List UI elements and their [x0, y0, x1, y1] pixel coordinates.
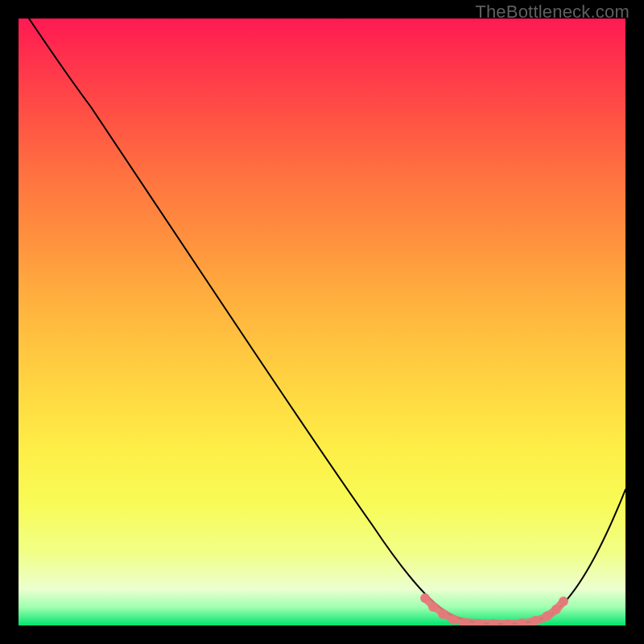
highlight-dot	[551, 605, 561, 614]
chart-frame: TheBottleneck.com	[0, 0, 644, 644]
highlight-dot	[438, 609, 448, 619]
highlight-dot	[448, 615, 458, 625]
highlight-dot	[543, 611, 552, 621]
plot-area	[19, 19, 625, 625]
highlight-dot	[530, 616, 540, 625]
highlight-dot	[428, 602, 438, 612]
bottleneck-curve	[29, 19, 625, 624]
highlight-dot	[420, 593, 430, 603]
highlight-dot	[559, 597, 568, 606]
curve-overlay	[19, 19, 625, 625]
watermark-text: TheBottleneck.com	[475, 2, 630, 23]
